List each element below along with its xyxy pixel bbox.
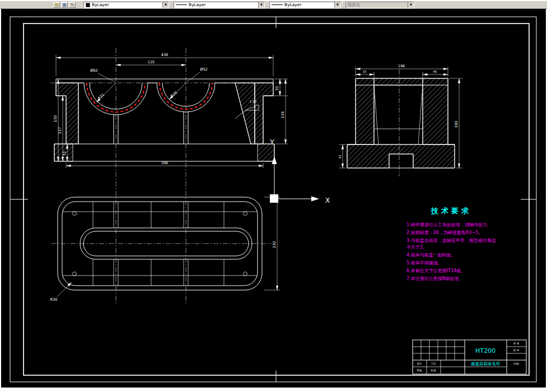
tech-requirement-item: 7.未注形位公差按B级处理。 <box>406 276 496 283</box>
dimension-text: Ø52 <box>200 67 207 72</box>
part-name-text: 减速器箱体毛坯 <box>471 361 501 366</box>
tech-requirement-item: 6.未标注尺寸公差按IT14级。 <box>406 268 496 275</box>
dimension-text: 230 <box>272 241 277 248</box>
color-control-value: ByLayer <box>92 2 109 7</box>
title-block-label: 审核 <box>417 369 423 372</box>
linetype-control-dropdown[interactable]: ByLayer ▼ <box>174 2 265 8</box>
dimension-text: 1:20 <box>250 100 257 103</box>
ucs-y-label: Y <box>269 138 274 146</box>
title-block-label: 共 张 <box>513 342 520 345</box>
dimension-text: Ø62 <box>90 68 97 73</box>
chevron-down-icon[interactable]: ▼ <box>258 2 264 8</box>
dimension-text: 31 <box>62 151 67 156</box>
tech-requirement-item: 2.起模斜度：20，为铸造圆角R3~5。 <box>406 230 496 237</box>
ucs-x-label: X <box>325 197 330 204</box>
tech-requirements: 技术要求 1.铸件需进行人工失效处理，消除内应力。2.起模斜度：20，为铸造圆角… <box>406 206 496 282</box>
dimension-text: 150 <box>53 115 58 122</box>
layer-properties-toolbar: ▤ ▦ ✎ ByLayer ▼ ByLayer ▼ ByLayer ▼ 随颜色 … <box>0 0 547 9</box>
front-view <box>54 79 274 161</box>
tech-requirement-item: 1.铸件需进行人工失效处理，消除内应力。 <box>406 222 496 229</box>
plotstyle-control-value: 随颜色 <box>348 2 361 8</box>
dimension-text: R31 <box>97 92 105 101</box>
tech-requirements-title: 技术要求 <box>406 206 496 216</box>
title-block-label: 第 张 <box>513 349 520 352</box>
title-block-label: 工艺 <box>431 362 437 365</box>
layer-color-icon[interactable]: ▦ <box>61 2 68 8</box>
dimension-text: 125 <box>148 60 155 64</box>
dimension-text: 117 <box>58 127 62 134</box>
centerlines <box>50 48 399 305</box>
dimension-text: R26 <box>170 90 178 99</box>
material-text: HT200 <box>475 347 495 354</box>
color-swatch <box>86 3 90 7</box>
plotstyle-control-dropdown: 随颜色 ▼ <box>345 2 414 8</box>
ucs-icon <box>270 156 319 203</box>
dimension-text: 116 <box>280 111 285 118</box>
dimension-text: 45 <box>433 70 437 73</box>
dimension-text: 160 <box>454 121 459 128</box>
tech-requirements-items: 1.铸件需进行人工失效处理，消除内应力。2.起模斜度：20，为铸造圆角R3~5。… <box>406 222 496 282</box>
dimension-text: 42 <box>338 155 342 159</box>
lineweight-control-dropdown[interactable]: ByLayer ▼ <box>269 2 341 8</box>
tech-requirement-item: 3.与箱盖合箱后，边缘应平齐，相互错位每边不大于2。 <box>406 237 496 252</box>
dimension-text: 33 <box>363 70 367 73</box>
layers-icon[interactable]: ▤ <box>53 2 60 8</box>
lineweight-control-value: ByLayer <box>284 2 302 7</box>
dimension-text: R30 <box>50 297 58 302</box>
tech-requirement-item: 4.箱体与箱盖一起时效。 <box>406 252 496 259</box>
chevron-down-icon[interactable]: ▼ <box>162 2 169 8</box>
dimension-text: 30 <box>275 86 279 91</box>
bottom-strip <box>0 388 547 392</box>
linetype-sample <box>176 4 187 5</box>
side-view <box>347 78 455 168</box>
title-block-label: 比例 <box>514 362 520 366</box>
chevron-down-icon: ▼ <box>408 2 414 8</box>
title-block-label: 设计 <box>417 362 423 365</box>
lineweight-sample <box>272 4 283 5</box>
edit-layer-icon[interactable]: ✎ <box>69 2 76 8</box>
chevron-down-icon[interactable]: ▼ <box>334 2 340 8</box>
toolbar-icon-group: ▤ ▦ ✎ <box>53 2 76 8</box>
dimension-text: 390 <box>161 161 168 165</box>
title-block <box>413 340 526 374</box>
dimension-text: 430 <box>161 53 168 57</box>
tech-requirement-item: 5.箱体不得漏油。 <box>406 260 496 267</box>
title-block-label: 批准 <box>431 369 437 372</box>
color-control-dropdown[interactable]: ByLayer ▼ <box>83 2 169 8</box>
dimension-text: 196 <box>398 64 405 68</box>
linetype-control-value: ByLayer <box>189 2 206 7</box>
drawing-overlay: 430125Ø62Ø52R31R2615011731390301161:2019… <box>0 0 547 392</box>
